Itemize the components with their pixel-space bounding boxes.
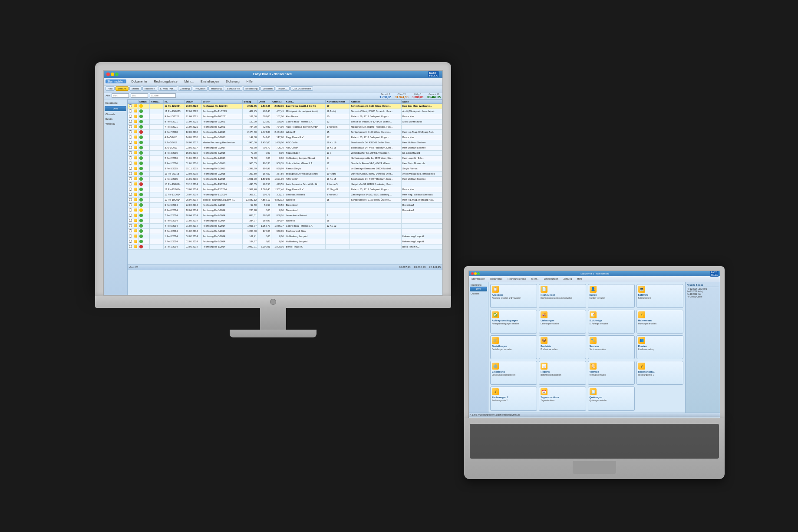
card-kunden[interactable]: 👥 Kunden Kundenverwaltung: [636, 335, 683, 359]
card-mahnwesen[interactable]: ⚠️ Mahnwesen Mahnungen erstellen: [636, 310, 683, 334]
row-checkbox[interactable]: [129, 229, 132, 232]
toolbar-email[interactable]: E-Mail, Pdf...: [158, 86, 177, 91]
row-checkbox[interactable]: [129, 203, 132, 206]
table-row[interactable]: 5 Av-3/2017 26.08.2017 Muster Rechnung H…: [128, 140, 442, 145]
laptop-menu-rechnungskreise[interactable]: Rechnungskreise: [506, 277, 528, 281]
row-check[interactable]: [128, 208, 133, 213]
row-check[interactable]: [128, 223, 133, 228]
row-checkbox[interactable]: [129, 235, 132, 238]
toolbar-storno[interactable]: Storno: [129, 86, 142, 91]
laptop-sidebar-drive[interactable]: Drive: [470, 287, 487, 291]
row-check[interactable]: [128, 129, 133, 135]
filter-bis[interactable]: [131, 93, 148, 98]
laptop-menu-dokumente[interactable]: Dokumente: [489, 277, 504, 281]
row-checkbox[interactable]: [129, 214, 132, 217]
table-scroll-area[interactable]: Status Mahnu... Nr. Datum Betreff Betrag…: [128, 99, 442, 264]
table-row[interactable]: 13 Re-2/2015 22.03.2015 Rechnung Re-2/20…: [128, 171, 442, 176]
card-lieferungen[interactable]: 🚚 Lieferungen Lieferungen erstellen: [539, 310, 586, 334]
menu-einstellungen[interactable]: Einstellungen: [199, 79, 221, 83]
toolbar-zahlung[interactable]: Zahlung: [178, 86, 192, 91]
row-checkbox[interactable]: [129, 167, 132, 170]
row-check[interactable]: [128, 228, 133, 234]
table-row[interactable]: 11 Re-12/2014 03.08.2014 Rechnung Re-12/…: [128, 187, 442, 192]
row-checkbox[interactable]: [129, 193, 132, 196]
row-check[interactable]: [128, 145, 133, 150]
toolbar-bestellung[interactable]: Bestellung: [243, 86, 260, 91]
row-checkbox[interactable]: [129, 162, 132, 165]
card-services[interactable]: 🔧 Services Services verwalten: [588, 335, 635, 359]
card-kunde[interactable]: 👤 Kunde Kunden verwalten: [588, 284, 635, 308]
row-checkbox[interactable]: [129, 146, 132, 149]
menu-hilfe[interactable]: Hilfe: [245, 79, 254, 83]
row-check[interactable]: [128, 171, 133, 176]
table-row[interactable]: 2 Re-4/2014 01.02.2014 Rechnung Re-4/201…: [128, 228, 442, 234]
row-check[interactable]: [128, 176, 133, 182]
table-row[interactable]: 3 Re-3/2015 25.11.2015 Rechnung Re-3/201…: [128, 166, 442, 171]
row-check[interactable]: [128, 103, 133, 109]
row-check[interactable]: [128, 192, 133, 197]
laptop-menu-hilfe[interactable]: Hilfe: [576, 277, 584, 281]
close-btn[interactable]: [106, 73, 110, 76]
card-bestellungen[interactable]: 🛒 Bestellungen Bestellungen verwalten: [490, 335, 537, 359]
filter-suche[interactable]: [150, 93, 176, 98]
menu-dokumente[interactable]: Dokumente: [130, 79, 149, 83]
row-checkbox[interactable]: [129, 135, 132, 139]
table-row[interactable]: 5 Re-6/2014 21.02.2014 Rechnung Re-6/201…: [128, 218, 442, 223]
row-check[interactable]: [128, 135, 133, 140]
card-auftragsbestaet[interactable]: ✅ Auftragsbestätigungen Auftragsbestätig…: [490, 310, 537, 334]
row-check[interactable]: [128, 155, 133, 161]
row-check[interactable]: [128, 218, 133, 223]
row-check[interactable]: [128, 161, 133, 166]
toolbar-ust[interactable]: USt. Auswählen: [290, 86, 313, 91]
row-check[interactable]: [128, 166, 133, 171]
row-checkbox[interactable]: [129, 151, 132, 154]
laptop-minimize-btn[interactable]: [474, 272, 477, 275]
card-rechnungen[interactable]: 📄 Rechnungen Rechnungen erstellen und ve…: [539, 284, 586, 308]
table-row[interactable]: 11 Re-13/2023 12.04.2023 Rechnung Re-11/…: [128, 109, 442, 114]
table-row[interactable]: 10 Re-10/2014 25.04.2014 Beispiel Baurec…: [128, 197, 442, 202]
row-checkbox[interactable]: [129, 219, 132, 222]
row-check[interactable]: [128, 124, 133, 129]
row-check[interactable]: [128, 109, 133, 114]
toolbar-mahnung[interactable]: Mahnung: [208, 86, 224, 91]
row-check[interactable]: [128, 140, 133, 145]
card-rechnungen2[interactable]: 💰 Rechnungen 2 Rechnungskreis 2: [490, 387, 537, 410]
table-row[interactable]: 8 Re-8/2014 18.04.2014 Rechnung Re-8/201…: [128, 208, 442, 213]
filter-von[interactable]: [112, 93, 129, 98]
table-row[interactable]: 2 Re-2/2014 02.01.2014 Rechnung Re-2/201…: [128, 239, 442, 244]
table-row[interactable]: 3 Re-1/2016 01.01.2016 Rechnung Re-3/201…: [128, 161, 442, 166]
table-row[interactable]: 13 Re-13/2014 03.12.2014 Rechnung Re-13/…: [128, 182, 442, 187]
laptop-trackpad[interactable]: [573, 461, 616, 474]
table-row[interactable]: 6 Re-9/2014 22.04.2014 Rechnung Re-9/201…: [128, 202, 442, 208]
table-row[interactable]: 9 Re-10/2021 21.09.2021 Rechnung Re-10/2…: [128, 114, 442, 119]
row-check[interactable]: [128, 202, 133, 208]
card-tagesabschluss[interactable]: 📅 Tagesabschluss Tagesabschluss: [539, 387, 586, 410]
row-checkbox[interactable]: [129, 104, 132, 107]
table-row[interactable]: 8 Re-9/2021 21.09.2021 Rechnung Re-9/202…: [128, 119, 442, 124]
menu-stammdaten[interactable]: Stammdaten: [106, 79, 126, 83]
card-produkte[interactable]: 📦 Produkte Produkte verwalten: [539, 335, 586, 359]
row-checkbox[interactable]: [129, 198, 132, 201]
row-checkbox[interactable]: [129, 172, 132, 175]
row-checkbox[interactable]: [129, 141, 132, 144]
table-row[interactable]: 4 Re-5/2014 01.02.2014 Rechnung Re-5/201…: [128, 223, 442, 228]
table-row[interactable]: 4 Av-5/2018 14.05.2018 Rechnung Re-6/201…: [128, 135, 442, 140]
minimize-btn[interactable]: [111, 73, 114, 76]
row-check[interactable]: [128, 114, 133, 119]
toolbar-kopieren[interactable]: Kopieren: [142, 86, 157, 91]
row-checkbox[interactable]: [129, 224, 132, 227]
row-check[interactable]: [128, 119, 133, 124]
toolbar-schlussre[interactable]: Schluss-Re: [225, 86, 243, 91]
row-checkbox[interactable]: [129, 188, 132, 191]
sidebar-item-drive[interactable]: Drive: [105, 106, 126, 111]
row-check[interactable]: [128, 239, 133, 244]
table-row[interactable]: 1 Re-1/2015 01.01.2015 Rechnung Re-1/201…: [128, 176, 442, 182]
card-quittungen[interactable]: 🧾 Quittungen Quittungen erstellen: [588, 387, 635, 410]
row-checkbox[interactable]: [129, 125, 132, 128]
row-check[interactable]: [128, 150, 133, 155]
row-check[interactable]: [128, 244, 133, 249]
table-row[interactable]: 2 Re-2/2016 01.01.2016 Rechnung Re-2/201…: [128, 155, 442, 161]
row-checkbox[interactable]: [129, 115, 132, 118]
row-checkbox[interactable]: [129, 208, 132, 211]
table-row[interactable]: 12 Re-11/2014 09.07.2014 Rechnung Re-11/…: [128, 192, 442, 197]
